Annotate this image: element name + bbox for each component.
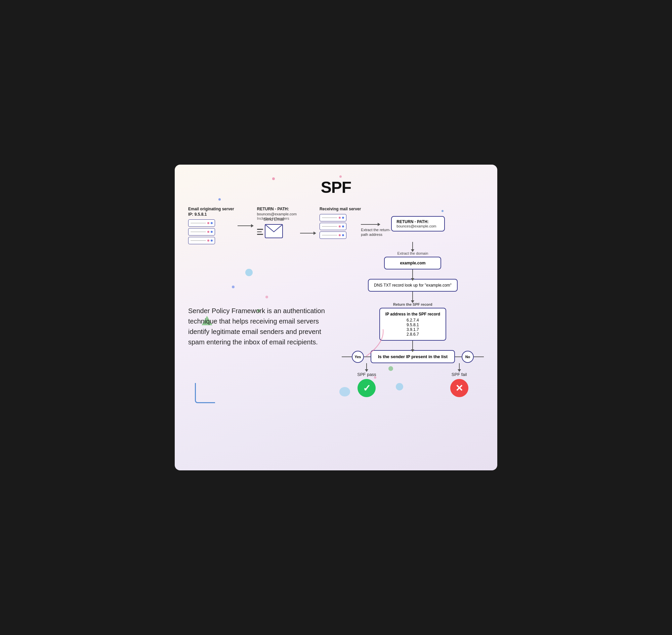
deco-dot-2 [218,198,221,201]
arrow-line [300,233,313,234]
a-head [378,223,381,226]
results-row: SPF pass ✓ SPF fail ✕ [357,363,468,397]
fa-head [411,349,414,352]
ip-item-3: 3.9.1.7 [385,327,440,332]
s-dot-blue [211,231,213,233]
receiving-server: Receiving mail server [320,206,361,239]
s-dot-pink [207,222,209,224]
deco-dot-5 [232,286,235,288]
recv-box-3 [320,232,346,239]
fa-head [411,249,414,252]
s-dot-pink [339,225,341,227]
arrow-extract [361,223,381,226]
deco-dot-pink-top [339,175,342,178]
right-flowchart: Extract the domain example.com DNS TXT r… [342,242,484,397]
s-line [191,223,206,223]
no-line [474,356,484,357]
no-label: No [465,355,471,359]
s-dot-blue [342,225,344,227]
fa2-head [458,369,461,372]
flow-arrow-4 [412,341,413,350]
spf-fail-col: SPF fail ✕ [450,363,469,397]
pa-head [365,369,368,372]
originating-label: Email originating server [188,206,234,211]
pass-arrow [366,363,367,370]
deco-dot-6 [265,295,268,298]
no-circle: No [462,351,474,363]
env-line-2 [257,232,262,233]
recv-box-2 [320,223,346,230]
arrow-1 [238,224,254,227]
yes-label: Yes [354,355,361,359]
no-side: No [455,351,484,363]
arrow-head [251,224,254,227]
s-line [322,226,337,227]
rp-result-title: RETURN - PATH: [396,219,439,224]
description-text: Sender Policy Framework is an authentica… [188,306,329,347]
yes-circle: Yes [352,351,364,363]
domain-box: example.com [384,257,441,269]
s-dot-blue [342,234,344,236]
fail-arrow [459,363,460,370]
env-line-1 [257,229,263,230]
return-path-result-box: RETURN - PATH: bounces@example.com [391,216,445,232]
send-email-label: Send Email [263,217,284,222]
no-line2 [455,356,462,357]
main-card: SPF Email originating server IP: 9.5.8.1 [175,165,497,470]
s-line [322,235,337,236]
receiving-server-boxes [320,214,361,239]
envelope-icon-wrapper: Send Email [264,224,283,240]
envelope-area: Send Email [257,224,297,240]
rp-email: bounces@example.com [257,212,297,216]
flow-arrow-2 [412,269,413,279]
ip-item-2: 9.5.8.1 [385,323,440,327]
spf-pass-label: SPF pass [357,372,376,377]
arrow-line [238,225,251,226]
deco-dot-large-blue [245,269,253,276]
page-title: SPF [188,178,484,197]
s-dot-pink [207,231,209,233]
extract-group: Extract the return-path address [361,223,391,237]
x-circle: ✕ [450,379,469,397]
server-box-1 [188,219,215,227]
flow-arrow-1 [412,242,413,250]
s-dot-pink [207,240,209,242]
originating-ip: IP: 9.5.8.1 [188,212,234,217]
email-flow-section: Email originating server IP: 9.5.8.1 [188,206,484,244]
description-area: Sender Policy Framework is an authentica… [188,306,329,347]
ip-item-4: 2.8.6.7 [385,332,440,337]
originating-server: Email originating server IP: 9.5.8.1 [188,206,234,244]
yes-line [342,356,352,357]
env-line-3 [257,234,263,235]
s-dot-pink [339,217,341,219]
ip-list-box: IP address in the SPF record 6.2.7.4 9.5… [380,308,446,341]
arrow-head [313,232,316,235]
s-line [322,217,337,218]
extract-label: Extract the return-path address [361,227,391,237]
fa-head [411,300,414,303]
spf-fail-label: SPF fail [452,372,467,377]
deco-dot-1 [272,177,275,180]
ip-item-1: 6.2.7.4 [385,318,440,323]
s-dot-blue [342,217,344,219]
arrow-2 [300,232,316,235]
receiving-label: Receiving mail server [320,206,361,211]
s-line [191,240,206,241]
server-box-3 [188,237,215,244]
server-boxes [188,219,234,244]
return-path-group: RETURN - PATH: bounces@example.com Inclu… [257,206,297,240]
check-circle: ✓ [357,379,376,397]
spf-pass-col: SPF pass ✓ [357,363,376,397]
fa-head [411,278,414,281]
s-dot-blue [211,240,213,242]
envelope-svg [264,224,283,239]
server-box-2 [188,228,215,236]
flow-arrow-3 [412,292,413,301]
recv-box-1 [320,214,346,221]
s-line [191,232,206,232]
a-line [361,224,378,225]
env-lines-left [257,229,263,235]
corner-bracket [195,383,215,403]
rp-result-email: bounces@example.com [396,224,439,228]
s-dot-pink [339,234,341,236]
